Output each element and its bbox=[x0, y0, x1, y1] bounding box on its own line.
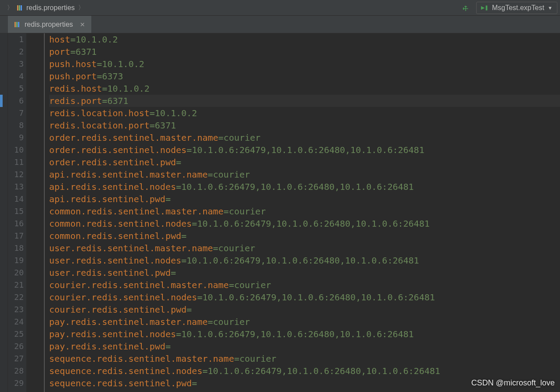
property-value: 10.1.0.6:26479,10.1.0.6:26480,10.1.0.6:2… bbox=[197, 218, 430, 229]
line-number[interactable]: 24 bbox=[8, 316, 24, 328]
property-value: 10.1.0.6:26479,10.1.0.6:26480,10.1.0.6:2… bbox=[208, 366, 440, 376]
code-line[interactable]: common.redis.sentinel.nodes=10.1.0.6:264… bbox=[49, 217, 560, 230]
property-key: courier.redis.sentinel.nodes bbox=[49, 292, 197, 303]
line-number[interactable]: 11 bbox=[8, 156, 24, 168]
line-number[interactable]: 16 bbox=[8, 217, 24, 230]
code-line[interactable]: api.redis.sentinel.pwd= bbox=[49, 193, 560, 205]
code-line[interactable]: pay.redis.sentinel.pwd= bbox=[49, 340, 560, 353]
equals-sign: = bbox=[208, 169, 213, 180]
code-line[interactable]: order.redis.sentinel.nodes=10.1.0.6:2647… bbox=[49, 144, 560, 156]
code-line[interactable]: push.port=6373 bbox=[49, 70, 560, 82]
line-number[interactable]: 10 bbox=[8, 144, 24, 156]
equals-sign: = bbox=[192, 378, 197, 388]
chevron-right-icon: 〉 bbox=[78, 4, 84, 12]
property-value: 6371 bbox=[107, 96, 128, 106]
line-number[interactable]: 5 bbox=[8, 82, 24, 95]
code-line[interactable]: api.redis.sentinel.master.name=courier bbox=[49, 168, 560, 181]
code-line[interactable]: common.redis.sentinel.pwd= bbox=[49, 230, 560, 242]
code-line[interactable]: host=10.1.0.2 bbox=[49, 33, 560, 46]
code-line[interactable]: courier.redis.sentinel.master.name=couri… bbox=[49, 279, 560, 291]
line-number[interactable]: 13 bbox=[8, 181, 24, 193]
equals-sign: = bbox=[197, 292, 202, 303]
code-line[interactable]: user.redis.sentinel.pwd= bbox=[49, 267, 560, 279]
equals-sign: = bbox=[97, 59, 102, 69]
property-value: courier bbox=[229, 206, 266, 217]
property-key: sequence.redis.sentinel.pwd bbox=[49, 378, 192, 388]
code-area[interactable]: host=10.1.0.2port=6371push.host=10.1.0.2… bbox=[45, 33, 560, 392]
equals-sign: = bbox=[181, 255, 187, 266]
code-line[interactable]: courier.redis.sentinel.pwd= bbox=[49, 303, 560, 316]
equals-sign: = bbox=[229, 280, 234, 290]
gutter-spacer bbox=[26, 33, 44, 392]
line-number[interactable]: 7 bbox=[8, 107, 24, 119]
close-icon[interactable]: ✕ bbox=[80, 21, 85, 28]
code-line[interactable]: redis.port=6371 bbox=[49, 95, 560, 107]
equals-sign: = bbox=[150, 108, 155, 118]
line-number[interactable]: 20 bbox=[8, 267, 24, 279]
equals-sign: = bbox=[202, 366, 208, 376]
property-value: 6371 bbox=[75, 46, 97, 57]
line-number[interactable]: 25 bbox=[8, 328, 24, 340]
code-line[interactable]: redis.host=10.1.0.2 bbox=[49, 82, 560, 95]
code-line[interactable]: sequence.redis.sentinel.pwd= bbox=[49, 377, 560, 389]
line-number[interactable]: 6 bbox=[8, 95, 24, 107]
line-number[interactable]: 1 bbox=[8, 33, 24, 46]
code-line[interactable]: pay.redis.sentinel.nodes=10.1.0.6:26479,… bbox=[49, 328, 560, 340]
line-number[interactable]: 29 bbox=[8, 377, 24, 389]
code-line[interactable]: port=6371 bbox=[49, 46, 560, 58]
breadcrumb[interactable]: 〉 redis.properties 〉 bbox=[3, 4, 85, 12]
code-line[interactable]: order.redis.sentinel.pwd= bbox=[49, 156, 560, 168]
code-line[interactable]: api.redis.sentinel.nodes=10.1.0.6:26479,… bbox=[49, 181, 560, 193]
property-key: common.redis.sentinel.pwd bbox=[49, 231, 181, 241]
code-line[interactable]: common.redis.sentinel.master.name=courie… bbox=[49, 205, 560, 217]
equals-sign: = bbox=[102, 83, 107, 94]
code-line[interactable]: user.redis.sentinel.master.name=courier bbox=[49, 242, 560, 254]
line-number[interactable]: 4 bbox=[8, 70, 24, 82]
property-value: courier bbox=[223, 132, 260, 143]
line-number[interactable]: 21 bbox=[8, 279, 24, 291]
tab-redis-properties[interactable]: redis.properties ✕ bbox=[8, 16, 91, 33]
line-number[interactable]: 8 bbox=[8, 119, 24, 132]
property-key: pay.redis.sentinel.nodes bbox=[49, 329, 176, 339]
equals-sign: = bbox=[208, 317, 213, 327]
line-number[interactable]: 23 bbox=[8, 303, 24, 316]
line-number[interactable]: 27 bbox=[8, 353, 24, 365]
line-number[interactable]: 2 bbox=[8, 46, 24, 58]
property-value: 10.1.0.2 bbox=[102, 59, 144, 69]
code-line[interactable]: courier.redis.sentinel.nodes=10.1.0.6:26… bbox=[49, 291, 560, 303]
line-number[interactable]: 18 bbox=[8, 242, 24, 254]
code-line[interactable]: order.redis.sentinel.master.name=courier bbox=[49, 132, 560, 144]
run-configuration-label: MsgTest.expTest bbox=[492, 4, 544, 12]
chevron-down-icon: ▼ bbox=[548, 5, 553, 11]
line-number[interactable]: 15 bbox=[8, 205, 24, 217]
property-key: api.redis.sentinel.master.name bbox=[49, 169, 208, 180]
code-line[interactable]: pay.redis.sentinel.master.name=courier bbox=[49, 316, 560, 328]
line-number[interactable]: 28 bbox=[8, 365, 24, 377]
code-line[interactable]: user.redis.sentinel.nodes=10.1.0.6:26479… bbox=[49, 254, 560, 267]
property-key: user.redis.sentinel.pwd bbox=[49, 267, 171, 278]
line-number-gutter[interactable]: 1234567891011121314151617181920212223242… bbox=[8, 33, 26, 392]
code-line[interactable]: push.host=10.1.0.2 bbox=[49, 58, 560, 70]
code-line[interactable]: redis.location.host=10.1.0.2 bbox=[49, 107, 560, 119]
line-number[interactable]: 3 bbox=[8, 58, 24, 70]
line-number[interactable]: 26 bbox=[8, 340, 24, 353]
line-number[interactable]: 9 bbox=[8, 132, 24, 144]
code-line[interactable]: redis.location.port=6371 bbox=[49, 119, 560, 132]
property-value: 10.1.0.2 bbox=[75, 34, 118, 45]
line-number[interactable]: 17 bbox=[8, 230, 24, 242]
hammer-build-icon[interactable]: ⚒ bbox=[459, 2, 470, 13]
equals-sign: = bbox=[234, 353, 239, 364]
line-number[interactable]: 22 bbox=[8, 291, 24, 303]
property-key: redis.location.port bbox=[49, 120, 150, 131]
code-line[interactable]: sequence.redis.sentinel.nodes=10.1.0.6:2… bbox=[49, 365, 560, 377]
run-configuration-selector[interactable]: ▶❚ MsgTest.expTest ▼ bbox=[476, 2, 557, 14]
equals-sign: = bbox=[176, 157, 181, 167]
line-number[interactable]: 12 bbox=[8, 168, 24, 181]
equals-sign: = bbox=[176, 182, 181, 192]
equals-sign: = bbox=[70, 34, 75, 45]
code-line[interactable]: sequence.redis.sentinel.master.name=cour… bbox=[49, 353, 560, 365]
line-number[interactable]: 19 bbox=[8, 254, 24, 267]
property-value: 10.1.0.6:26479,10.1.0.6:26480,10.1.0.6:2… bbox=[192, 145, 424, 155]
line-number[interactable]: 14 bbox=[8, 193, 24, 205]
properties-file-icon bbox=[14, 21, 21, 28]
